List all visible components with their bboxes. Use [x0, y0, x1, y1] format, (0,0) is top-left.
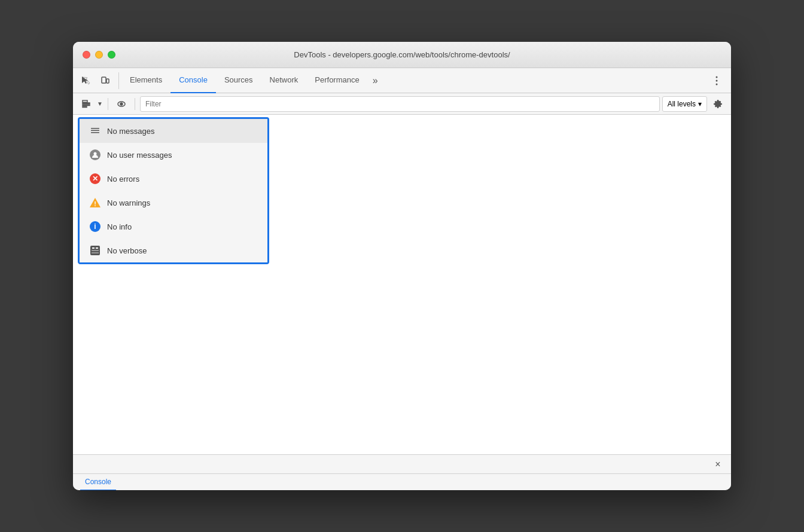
svg-rect-0	[102, 77, 106, 83]
svg-rect-12	[91, 130, 99, 132]
filter-input[interactable]	[140, 96, 660, 112]
levels-dropdown[interactable]: All levels ▾	[662, 96, 707, 112]
devtools-window: DevTools - developers.google.com/web/too…	[73, 42, 731, 490]
settings-button[interactable]	[709, 96, 726, 112]
verbose-icon	[89, 244, 101, 256]
console-clear-button[interactable]	[78, 96, 95, 112]
tab-sources[interactable]: Sources	[216, 68, 261, 93]
svg-point-4	[716, 83, 718, 85]
toolbar-divider	[108, 98, 108, 110]
error-icon: ✕	[89, 173, 101, 185]
svg-rect-13	[91, 132, 99, 133]
tab-console[interactable]: Console	[170, 68, 216, 93]
tab-toolbar: Elements Console Sources Network Perform…	[73, 68, 731, 93]
dropdown-panel: No messages No user messages ✕	[78, 117, 269, 264]
svg-point-2	[716, 76, 718, 78]
svg-rect-1	[106, 79, 109, 83]
inspect-icon-button[interactable]	[78, 72, 95, 89]
dropdown-item-no-messages[interactable]: No messages	[80, 119, 267, 143]
tab-elements[interactable]: Elements	[121, 68, 170, 93]
bottom-console-tab[interactable]: Console	[80, 474, 116, 491]
dropdown-item-no-user-messages[interactable]: No user messages	[80, 143, 267, 167]
close-button[interactable]	[83, 51, 90, 59]
tab-navigation: Elements Console Sources Network Perform…	[121, 68, 702, 93]
svg-rect-5	[83, 100, 87, 102]
dropdown-item-no-verbose[interactable]: No verbose	[80, 239, 267, 262]
svg-point-14	[94, 152, 97, 155]
dropdown-item-no-warnings[interactable]: ! No warnings	[80, 191, 267, 215]
maximize-button[interactable]	[108, 51, 115, 59]
svg-rect-7	[83, 105, 90, 106]
tab-network[interactable]: Network	[261, 68, 307, 93]
svg-rect-20	[92, 250, 99, 251]
more-tabs-button[interactable]: »	[368, 68, 383, 93]
eye-button[interactable]	[113, 96, 130, 112]
svg-text:!: !	[94, 200, 96, 207]
warning-icon: !	[89, 197, 101, 209]
main-content: No messages No user messages ✕	[73, 115, 731, 454]
messages-icon	[89, 125, 101, 137]
svg-rect-11	[91, 128, 99, 129]
window-title: DevTools - developers.google.com/web/too…	[294, 50, 510, 59]
svg-point-10	[120, 103, 123, 105]
svg-rect-18	[92, 247, 95, 249]
info-icon: i	[89, 221, 101, 233]
svg-rect-8	[83, 106, 87, 108]
toolbar-icons	[78, 72, 119, 89]
svg-rect-21	[92, 252, 99, 253]
tab-performance[interactable]: Performance	[306, 68, 367, 93]
user-messages-icon	[89, 149, 101, 161]
svg-rect-19	[96, 247, 98, 249]
title-bar: DevTools - developers.google.com/web/too…	[73, 42, 731, 68]
dropdown-arrow[interactable]: ▼	[97, 100, 103, 107]
device-icon-button[interactable]	[97, 72, 114, 89]
bottom-tab-bar: Console	[73, 473, 731, 490]
console-toolbar: ▼ All levels ▾	[73, 93, 731, 115]
minimize-button[interactable]	[95, 51, 103, 59]
dropdown-item-no-info[interactable]: i No info	[80, 215, 267, 239]
svg-point-3	[716, 80, 718, 81]
traffic-lights	[83, 51, 115, 59]
devtools-menu-button[interactable]	[707, 72, 726, 89]
close-panel-button[interactable]: ×	[712, 458, 724, 470]
bottom-bar: ×	[73, 454, 731, 473]
svg-rect-6	[83, 103, 90, 104]
toolbar-divider-2	[135, 98, 135, 110]
dropdown-item-no-errors[interactable]: ✕ No errors	[80, 167, 267, 191]
